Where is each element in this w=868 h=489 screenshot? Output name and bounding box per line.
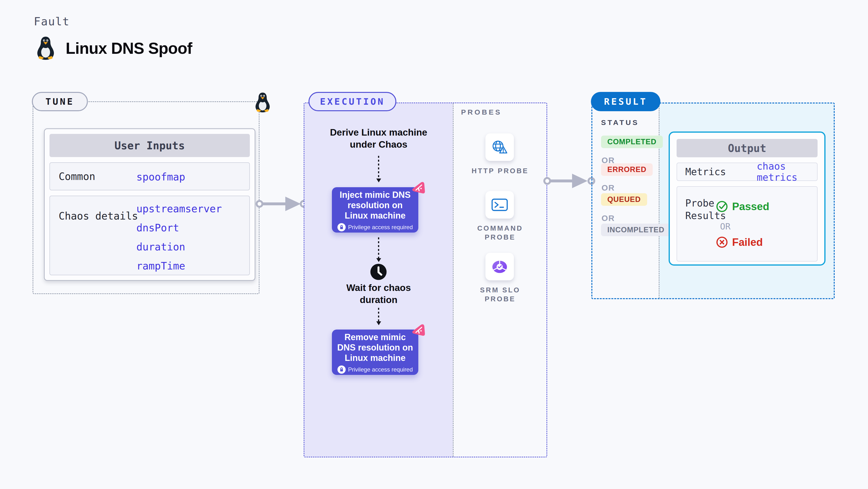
arrow-head-icon <box>285 197 301 211</box>
input-value: spoofmap <box>136 171 185 183</box>
result-stage-badge: RESULT <box>591 92 660 111</box>
input-value: rampTime <box>136 260 222 272</box>
result-section: STATUS COMPLETED OR ERRORED OR QUEUED OR… <box>591 102 835 299</box>
command-probe-label: COMMAND PROBE <box>453 224 548 242</box>
input-row-label: Chaos details <box>59 210 138 222</box>
metrics-row: Metrics chaos metrics <box>677 163 817 181</box>
privilege-note-text: Privilege access required <box>348 366 413 373</box>
status-badge-queued: QUEUED <box>601 193 647 206</box>
status-title: STATUS <box>601 119 639 127</box>
output-title: Output <box>677 139 817 157</box>
user-inputs-title: User Inputs <box>50 134 250 157</box>
srm-slo-probe-label: SRM SLO PROBE <box>453 286 548 303</box>
litmus-chaos-icon <box>410 181 426 196</box>
remove-dns-node: Remove mimic DNS resolution on Linux mac… <box>332 330 418 375</box>
connector-dot-icon <box>256 200 264 208</box>
command-probe-card <box>486 191 514 219</box>
result-divider <box>659 103 659 298</box>
fault-kicker: Fault <box>34 15 69 28</box>
privilege-note-text: Privilege access required <box>348 224 413 231</box>
arrow-head-icon <box>572 174 588 188</box>
input-row-common: Common spoofmap <box>50 162 250 190</box>
wait-duration-label: Wait for chaos duration <box>304 282 453 306</box>
flow-arrow-icon <box>378 237 379 258</box>
x-circle-icon <box>716 236 728 249</box>
input-value-list: upstreamserver dnsPort duration rampTime <box>136 203 222 272</box>
linux-tux-icon <box>35 36 56 60</box>
flow-arrow-icon <box>378 308 379 321</box>
fault-diagram: Fault Linux DNS Spoof User Inputs Common… <box>0 0 868 489</box>
check-circle-icon <box>716 200 728 213</box>
srm-slo-donut-check-icon <box>491 260 508 273</box>
metrics-value: chaos metrics <box>757 161 817 183</box>
linux-tux-corner-icon <box>254 91 271 113</box>
litmus-chaos-icon <box>410 323 426 338</box>
privilege-note: Privilege access required <box>337 365 413 374</box>
command-terminal-icon <box>491 198 508 212</box>
execution-stage-badge: EXECUTION <box>308 92 396 111</box>
connector-dot-icon <box>544 177 551 185</box>
input-row-label: Common <box>50 170 95 183</box>
lock-icon <box>337 223 346 231</box>
input-value: dnsPort <box>136 222 222 234</box>
tune-section: User Inputs Common spoofmap Chaos detail… <box>33 101 259 294</box>
http-probe-card <box>486 133 514 161</box>
probes-title: PROBES <box>461 108 502 116</box>
failed-label: Failed <box>732 236 763 248</box>
passed-label: Passed <box>732 200 769 213</box>
wait-clock-icon <box>370 263 387 280</box>
inject-dns-node: Inject mimic DNS resolution on Linux mac… <box>332 187 418 233</box>
derive-machine-label: Derive Linux machine under Chaos <box>304 126 453 151</box>
failed-verdict: Failed <box>716 236 763 249</box>
privilege-note: Privilege access required <box>337 223 413 231</box>
metrics-label: Metrics <box>677 166 726 177</box>
execution-section: Derive Linux machine under Chaos Inject … <box>304 102 547 457</box>
input-value: upstreamserver <box>136 203 222 215</box>
http-probe-label: HTTP PROBE <box>453 166 548 175</box>
srm-slo-probe-card <box>486 253 514 280</box>
or-label: OR <box>601 214 615 223</box>
status-badge-incompleted: INCOMPLETED <box>601 224 671 236</box>
input-value: duration <box>136 241 222 253</box>
output-card: Output Metrics chaos metrics Probe Resul… <box>669 131 826 266</box>
tune-stage-badge: TUNE <box>32 92 88 111</box>
user-inputs-card: User Inputs Common spoofmap Chaos detail… <box>44 128 255 281</box>
probe-results-row: Probe Results Passed OR Failed <box>677 186 817 262</box>
lock-icon <box>337 365 346 374</box>
passed-verdict: Passed <box>716 200 769 213</box>
status-badge-errored: ERRORED <box>601 163 653 176</box>
or-label: OR <box>720 222 731 231</box>
status-badge-completed: COMPLETED <box>601 136 663 148</box>
http-globe-warning-icon <box>491 139 509 155</box>
remove-node-title: Remove mimic DNS resolution on Linux mac… <box>336 332 414 363</box>
page-title: Linux DNS Spoof <box>66 39 192 57</box>
inject-node-title: Inject mimic DNS resolution on Linux mac… <box>336 190 414 221</box>
flow-arrow-icon <box>378 156 379 178</box>
probes-divider <box>453 103 454 457</box>
input-row-chaos-details: Chaos details upstreamserver dnsPort dur… <box>50 196 250 275</box>
or-label: OR <box>601 183 615 193</box>
